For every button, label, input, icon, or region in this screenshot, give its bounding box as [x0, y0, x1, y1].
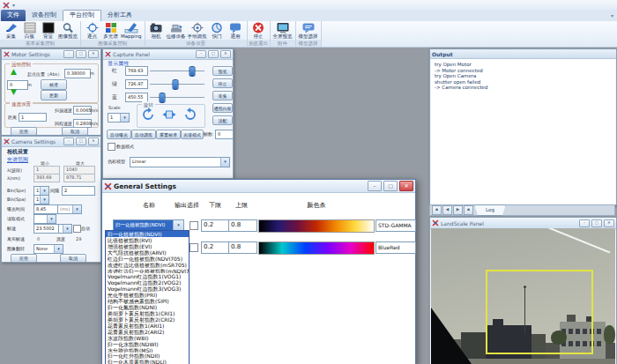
flip-horizontal-icon[interactable] — [162, 108, 176, 122]
ribbon-button-位移设备[interactable]: 位移设备 — [166, 22, 187, 39]
chevron-down-icon[interactable]: ▾ — [120, 114, 129, 122]
output-checkbox-row2[interactable] — [190, 243, 198, 252]
motor-settings-titlebar[interactable]: Motor Settings – ▢ ✕ — [2, 49, 100, 60]
fps-unit-dropdown[interactable]: ▾ — [58, 224, 72, 234]
rotate-ccw-icon[interactable] — [183, 108, 197, 122]
auto-focus-button[interactable]: 自动调焦 — [131, 130, 156, 139]
minimize-button[interactable]: – — [63, 50, 74, 58]
output-titlebar[interactable]: Output — [430, 49, 616, 59]
ribbon-button-模型选择[interactable]: 模型选择 — [298, 22, 319, 39]
vegetation-index-option[interactable]: 水分胁迫指数(MSI) — [106, 347, 189, 353]
vegetation-index-option[interactable]: 比值植被指数(RVI) — [106, 237, 189, 243]
start-position-input[interactable]: 0.38000 — [64, 69, 91, 78]
maximize-button[interactable]: ▢ — [208, 50, 219, 58]
stop-button[interactable]: 停止 — [212, 78, 233, 88]
ribbon-button-快门[interactable]: 快门 — [208, 22, 227, 39]
green-slider-thumb[interactable] — [173, 79, 179, 90]
ribbon-options-icon[interactable]: ▾ — [611, 12, 613, 19]
camera-settings-titlebar[interactable]: Camera Settings – ▢ ✕ — [2, 137, 100, 147]
pseudo-color-dropdown[interactable]: Linear ▾ — [130, 157, 230, 167]
green-wavelength-input[interactable]: 726.97 — [125, 79, 148, 89]
close-button[interactable]: ✕ — [88, 50, 99, 58]
data-mode-checkbox[interactable] — [108, 143, 115, 151]
ribbon-button-全屏预览[interactable]: 全屏预览 — [272, 22, 294, 39]
exposure-input[interactable]: 8.45 — [33, 204, 58, 214]
minimize-button[interactable]: – — [63, 137, 74, 145]
vegetation-index-list[interactable]: 归一化植被指数(NDVI)比值植被指数(RVI)增强植被指数(EVI)大气阻抗植… — [105, 230, 190, 364]
chevron-down-icon[interactable]: ▾ — [40, 187, 48, 195]
vegetation-index-option[interactable]: Vogelmann红边指数1(VOG1) — [106, 273, 189, 279]
ribbon-button-背景[interactable]: 背景 — [39, 22, 57, 39]
jog-down-icon[interactable]: ▼ — [11, 88, 17, 96]
quick-access-dropdown-icon[interactable]: ▾ — [12, 2, 15, 8]
minimize-button[interactable]: – — [196, 50, 206, 58]
chevron-down-icon[interactable]: ▾ — [40, 196, 48, 204]
colorbar-name-row1[interactable]: STD-GAMMA — [375, 219, 416, 232]
ribbon-button-手动调焦[interactable]: 手动调焦 — [187, 22, 208, 39]
vegetation-index-option[interactable]: 花青素反射指数1(ARI1) — [106, 323, 189, 329]
colorbar-name-row2[interactable]: BlueRed — [375, 241, 416, 254]
red-slider-thumb[interactable] — [190, 66, 196, 77]
capture-panel-titlebar[interactable]: Capture Panel – ▢ ✕ — [103, 49, 233, 60]
maximize-button[interactable]: ▢ — [591, 219, 602, 227]
vegetation-index-option[interactable]: 类胡萝卜素反射指数1(CRI1) — [106, 310, 189, 316]
preview-button[interactable]: 预览 — [212, 66, 233, 76]
vegetation-index-option[interactable]: 归一化红外指数(NDII) — [106, 353, 189, 359]
chevron-down-icon[interactable]: ▾ — [47, 215, 56, 223]
scale-dropdown[interactable]: 1 ▾ — [108, 113, 130, 123]
vegetation-index-option[interactable]: 大气阻抗植被指数(ARVI) — [106, 249, 189, 256]
scroll-right-icon[interactable]: ▶ — [453, 205, 463, 215]
scan-speed-input[interactable]: 0.0065 — [73, 106, 92, 115]
frames-input[interactable]: 0 — [215, 130, 234, 139]
ribbon-button-逐点[interactable]: 逐点 — [83, 22, 101, 39]
vegetation-index-option[interactable]: 改进红边归一化植被指数(mNDVI705) — [106, 268, 189, 274]
close-button[interactable]: ✕ — [88, 137, 99, 145]
vegetation-index-option[interactable]: Vogelmann红边指数3(VOG3) — [106, 286, 189, 292]
flip-dropdown[interactable]: None ▾ — [33, 244, 63, 254]
apply-button[interactable]: 应用 — [11, 254, 37, 263]
vegetation-index-option[interactable]: 红边归一化植被指数(NDVI705) — [106, 256, 189, 262]
fit-button[interactable]: 适配 — [212, 115, 233, 125]
vegetation-index-option[interactable]: 增强植被指数(EVI) — [106, 243, 189, 249]
lower-limit-input-row2[interactable]: 0.2 — [201, 241, 230, 254]
maximize-button[interactable]: ▢ — [383, 181, 398, 191]
red-wavelength-input[interactable]: 769.63 — [125, 66, 148, 76]
vegetation-index-option[interactable]: 归一化氮指数(NDNI) — [106, 304, 189, 310]
interval-input[interactable]: 2 — [62, 186, 95, 196]
exposure-unit-dropdown[interactable]: (ms) ▾ — [57, 204, 82, 214]
chevron-down-icon[interactable]: ▾ — [72, 205, 81, 213]
ribbon-button-采集[interactable]: 采集 — [2, 22, 20, 39]
jog-up-icon[interactable]: ▲ — [11, 68, 17, 76]
ribbon-button-白板[interactable]: 白板 — [20, 22, 39, 39]
vegetation-index-option[interactable]: Vogelmann红边指数2(VOG2) — [106, 279, 189, 286]
rotate-cw-icon[interactable] — [141, 108, 155, 122]
ribbon-button-相机[interactable]: 相机 — [147, 22, 166, 39]
read-mode-dropdown[interactable]: ▾ — [33, 214, 56, 224]
auto-exposure-button[interactable]: 自动曝光 — [107, 130, 131, 139]
blue-slider[interactable] — [150, 93, 204, 101]
vegetation-index-option[interactable]: 改进红边比值植被指数(mSR705) — [106, 262, 189, 268]
spectral-mode-button[interactable]: 光谱模式 — [181, 130, 204, 139]
ribbon-button-通用[interactable]: 通用 — [227, 22, 245, 39]
vegetation-index-option[interactable]: 花青素反射指数2(ARI2) — [106, 329, 189, 335]
scroll-last-icon[interactable]: ▪ — [464, 205, 473, 215]
log-output[interactable]: try Open Motor-> Motor connectedtry Open… — [431, 59, 615, 204]
ribbon-tab-平台控制[interactable]: 平台控制 — [63, 10, 101, 22]
maximize-button[interactable]: ▢ — [76, 137, 86, 145]
camera-preview-image[interactable] — [431, 228, 615, 364]
ribbon-tab-文件[interactable]: 文件 — [1, 10, 26, 21]
vegetation-index-option[interactable]: 归一化水指数(NDWI) — [106, 341, 189, 347]
ribbon-button-停止[interactable]: 停止 — [249, 22, 268, 39]
cancel-button[interactable]: 取消 — [60, 254, 86, 263]
lower-limit-input-row1[interactable]: 0.2 — [201, 219, 230, 232]
spectral-range-link[interactable]: 光谱范围 — [7, 157, 28, 162]
fps-input[interactable]: 23.5002 — [33, 224, 60, 234]
reset-calibration-button[interactable]: 重置校准 — [156, 130, 181, 139]
roi-rectangle[interactable] — [486, 270, 593, 354]
fps-auto-checkbox[interactable] — [73, 225, 81, 233]
apply-button[interactable]: 应用 — [11, 127, 37, 136]
minimize-button[interactable]: – — [368, 181, 382, 191]
vegetation-index-option[interactable]: 光化学植被指数(PRI) — [106, 292, 189, 298]
update-button[interactable]: 更新 — [41, 90, 67, 100]
maximize-button[interactable]: ▢ — [76, 50, 86, 58]
